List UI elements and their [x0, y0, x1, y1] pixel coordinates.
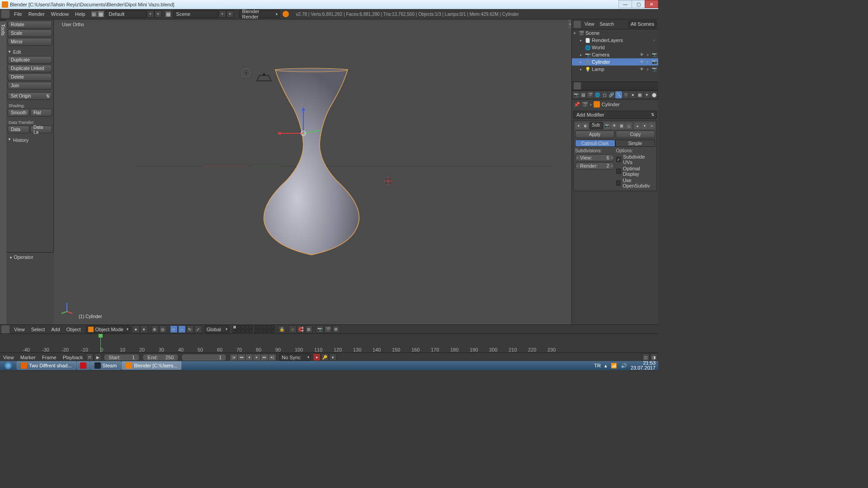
manipulator-toggle-icon[interactable]: ⊹: [170, 325, 178, 333]
modifier-name-field[interactable]: Sub: [590, 122, 603, 129]
flat-button[interactable]: Flat: [30, 109, 52, 117]
edit-section-header[interactable]: Edit: [8, 48, 52, 56]
lock-camera-icon[interactable]: 🔒: [278, 325, 286, 333]
tree-lamp[interactable]: ▸💡Lamp👁▹📷: [572, 66, 658, 73]
menu-file[interactable]: File: [11, 11, 25, 17]
modifier-delete-icon[interactable]: ×: [648, 122, 655, 129]
join-button[interactable]: Join: [8, 82, 52, 89]
duplicate-button[interactable]: Duplicate: [8, 56, 52, 64]
object-menu[interactable]: Object: [63, 327, 84, 332]
manipulator-center[interactable]: [301, 131, 306, 136]
tab-render-icon[interactable]: 📷: [573, 91, 580, 99]
menu-help[interactable]: Help: [72, 11, 89, 17]
modifier-render-toggle-icon[interactable]: 📷: [604, 122, 610, 129]
tray-volume-icon[interactable]: 🔊: [621, 363, 627, 369]
mode-select[interactable]: Object Mode: [86, 325, 130, 333]
history-header[interactable]: History: [8, 136, 52, 144]
play-icon[interactable]: ▸: [253, 354, 261, 361]
tray-clock[interactable]: 21:5323.07.2017: [631, 361, 656, 370]
optimal-display-checkbox[interactable]: Optimal Display: [616, 166, 656, 177]
scene-breadcrumb-icon[interactable]: 🎬: [582, 102, 588, 108]
play-reverse-icon[interactable]: ◂: [245, 354, 253, 361]
maximize-button[interactable]: ▢: [632, 0, 645, 8]
shading-mode-icon[interactable]: ●: [132, 325, 140, 333]
duplicate-linked-button[interactable]: Duplicate Linked: [8, 65, 52, 72]
shading-select-icon[interactable]: ▾: [140, 325, 148, 333]
use-opensubdiv-checkbox[interactable]: Use OpenSubdiv: [616, 178, 656, 188]
manipulator-rotate-icon[interactable]: ↻: [186, 325, 194, 333]
tree-renderlayers[interactable]: ▸📑RenderLayers▫: [572, 37, 658, 44]
layout-add-button[interactable]: +: [147, 10, 154, 18]
modifier-movedown-icon[interactable]: ▾: [641, 122, 648, 129]
start-frame-field[interactable]: Start:1: [104, 354, 140, 361]
tab-physics-icon[interactable]: ⬤: [651, 91, 657, 99]
delete-button[interactable]: Delete: [8, 73, 52, 81]
tree-camera[interactable]: ▸📷Camera👁▹📷: [572, 51, 658, 58]
taskbar-firefox[interactable]: Two Diffrent shad...: [17, 361, 76, 370]
tab-renderlayers-icon[interactable]: ▤: [580, 91, 587, 99]
proportional-edit-icon[interactable]: ○: [289, 325, 297, 333]
properties-editor-icon[interactable]: [574, 82, 581, 89]
scene-add-button[interactable]: +: [219, 10, 226, 18]
simple-tab[interactable]: Simple: [615, 140, 656, 147]
modifier-moveup-icon[interactable]: ▴: [634, 122, 641, 129]
pivot-median-icon[interactable]: ◎: [159, 325, 167, 333]
layout-browse-icon[interactable]: ▦: [97, 10, 104, 18]
menu-render[interactable]: Render: [25, 11, 48, 17]
timeline-view-menu[interactable]: View: [0, 355, 17, 360]
layout-name-field[interactable]: Default: [106, 10, 146, 18]
orientation-select[interactable]: Global: [204, 325, 229, 333]
current-frame-field[interactable]: 1: [181, 354, 226, 361]
tab-material-icon[interactable]: ●: [629, 91, 636, 99]
set-origin-button[interactable]: Set Origin: [8, 92, 52, 100]
modifier-display-toggle-icon[interactable]: 👁: [611, 122, 618, 129]
tree-world[interactable]: 🌐World: [572, 44, 658, 51]
tab-texture-icon[interactable]: ▦: [637, 91, 643, 99]
rotate-button[interactable]: Rotate: [8, 21, 52, 28]
data-button[interactable]: Data: [8, 126, 29, 133]
outliner-filter-select[interactable]: All Scenes: [628, 21, 656, 28]
prev-key-icon[interactable]: ◂◂: [237, 354, 245, 361]
outliner-editor-icon[interactable]: [574, 21, 581, 28]
tab-object-icon[interactable]: ◻: [601, 91, 608, 99]
smooth-button[interactable]: Smooth: [8, 109, 29, 117]
opengl-render-icon[interactable]: 📷: [316, 325, 324, 333]
sync-select[interactable]: No Sync: [279, 353, 311, 361]
render-engine-select[interactable]: Blender Render: [239, 10, 280, 18]
vase-mesh[interactable]: [253, 67, 370, 257]
tray-network-icon[interactable]: 📶: [611, 363, 617, 369]
outliner-view-menu[interactable]: View: [585, 22, 594, 27]
tab-constraints-icon[interactable]: 🔗: [608, 91, 615, 99]
tray-lang[interactable]: TR: [594, 363, 601, 368]
subdiv-render-field[interactable]: Render:2: [575, 162, 614, 169]
data-layout-button[interactable]: Data La: [30, 126, 52, 133]
layout-prev-icon[interactable]: ⊞: [90, 10, 98, 18]
add-menu[interactable]: Add: [48, 327, 63, 332]
pin-icon[interactable]: 📌: [574, 102, 580, 108]
view-menu[interactable]: View: [11, 327, 28, 332]
end-frame-field[interactable]: End:250: [142, 354, 179, 361]
manipulator-z-axis[interactable]: [303, 108, 304, 133]
breadcrumb-object[interactable]: Cylinder: [602, 102, 620, 107]
tab-scene-icon[interactable]: 🎬: [587, 91, 594, 99]
modifier-cage-toggle-icon[interactable]: △: [625, 122, 632, 129]
layout-remove-button[interactable]: ×: [155, 10, 162, 18]
modifier-apply-button[interactable]: Apply: [575, 131, 614, 138]
operator-header[interactable]: Operator: [9, 254, 51, 260]
modifier-expand-icon[interactable]: ▾: [575, 122, 582, 129]
catmull-clark-tab[interactable]: Catmull-Clark: [575, 140, 615, 147]
timeline-canvas[interactable]: -40-30-20-100102030405060708090100110120…: [0, 334, 658, 352]
timeline-playback-menu[interactable]: Playback: [60, 355, 86, 360]
3d-viewport[interactable]: User Ortho (1) Cylinder: [54, 19, 571, 324]
manipulator-translate-icon[interactable]: ↔: [178, 325, 186, 333]
snap-icon[interactable]: 🧲: [297, 325, 305, 333]
layer-buttons[interactable]: [233, 325, 276, 333]
scene-name-field[interactable]: Scene: [173, 10, 218, 18]
outliner-search-menu[interactable]: Search: [600, 22, 614, 27]
tree-scene[interactable]: ▾🎬Scene: [572, 29, 658, 37]
opengl-anim-icon[interactable]: 🎬: [324, 325, 332, 333]
close-button[interactable]: ✕: [645, 0, 658, 8]
modifier-copy-button[interactable]: Copy: [616, 131, 655, 138]
scale-button[interactable]: Scale: [8, 29, 52, 37]
3dview-editor-icon[interactable]: [1, 325, 9, 333]
